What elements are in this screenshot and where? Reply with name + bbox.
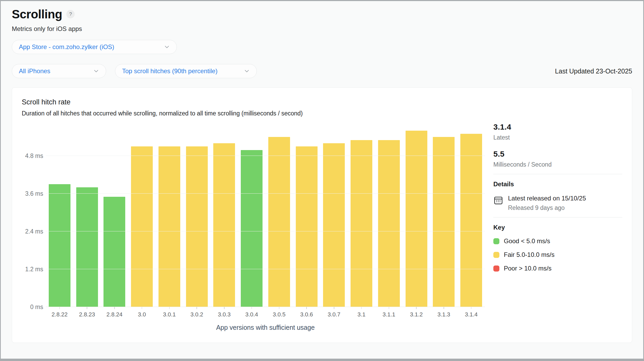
latest-version-value: 3.1.4 [493,123,622,131]
x-axis-tick-label: 3.1 [357,311,365,318]
legend-item-fair: Fair 5.0-10.0 ms/s [493,251,622,258]
x-axis-tick [197,307,197,309]
metric-selector-value: Top scroll hitches (90th percentile) [122,67,217,75]
x-axis-tick [114,307,115,309]
plot-area [46,123,485,307]
bar-2.8.23[interactable] [76,187,98,307]
x-axis-tick-label: 2.8.23 [79,311,95,318]
x-axis-tick-label: 3.1.1 [383,311,395,318]
legend-item-poor: Poor > 10.0 ms/s [493,265,622,272]
x-axis-tick [252,307,252,309]
bar-3.1.1[interactable] [378,140,400,307]
key-heading: Key [493,224,622,231]
x-axis-title: App versions with sufficient usage [46,324,485,331]
gridline [46,231,485,232]
divider [493,174,622,174]
release-date-text: Latest released on 15/10/25 [508,195,586,202]
last-updated-text: Last Updated 23-Oct-2025 [555,67,632,75]
bar-3.1.2[interactable] [406,131,427,307]
chevron-down-icon [243,68,250,75]
x-axis-tick [471,307,472,309]
scroll-hitch-rate-card: Scroll hitch rate Duration of all hitche… [12,87,632,343]
x-axis-tick-label: 2.8.22 [52,311,68,318]
chevron-down-icon [163,44,170,50]
x-axis-tick [279,307,280,309]
x-axis-tick [224,307,225,309]
y-axis-tick-label: 3.6 ms [25,190,43,197]
divider [493,217,622,217]
x-axis-tick [416,307,417,309]
x-axis-tick-label: 3.0.5 [273,311,286,318]
x-axis-tick [306,307,307,309]
release-age-text: Released 9 days ago [508,204,586,211]
chart-side-panel: 3.1.4 Latest 5.5 Milliseconds / Second D… [485,123,622,331]
bar-3.0.4[interactable] [241,150,263,307]
device-selector-value: All iPhones [19,67,50,75]
bar-3.0.6[interactable] [296,146,318,307]
bar-chart: 0 ms1.2 ms2.4 ms3.6 ms4.8 ms 2.8.222.8.2… [22,123,485,331]
y-axis-tick-label: 4.8 ms [25,152,43,160]
x-axis-tick-label: 3.1.3 [437,311,450,318]
y-axis-tick-label: 0 ms [30,304,43,311]
help-icon[interactable]: ? [66,10,75,18]
bar-3.1.4[interactable] [460,134,482,307]
y-axis-tick-label: 2.4 ms [25,228,43,235]
chevron-down-icon [93,68,100,75]
legend-item-good: Good < 5.0 ms/s [493,237,622,245]
calendar-icon [493,195,503,205]
gridline [46,156,485,156]
latest-version-label: Latest [493,134,622,141]
x-axis-tick-label: 3.0.6 [300,311,313,318]
bar-3.0.2[interactable] [186,146,208,307]
x-axis-tick [59,307,60,309]
bar-3.0[interactable] [131,146,153,307]
y-axis-tick-label: 1.2 ms [25,266,43,273]
x-axis-tick-label: 3.0 [138,311,146,318]
x-axis-tick [361,307,362,309]
good-swatch-icon [493,238,499,244]
bar-3.1.3[interactable] [433,137,455,307]
x-axis-tick-label: 3.0.4 [245,311,258,318]
page-subtitle: Metrics only for iOS apps [12,25,632,33]
x-axis-tick [87,307,87,309]
metric-value: 5.5 [493,150,622,158]
bar-2.8.24[interactable] [103,197,125,307]
x-axis-tick-label: 3.0.3 [218,311,231,318]
details-heading: Details [493,181,622,188]
x-axis-tick [334,307,334,309]
chart-title: Scroll hitch rate [22,98,622,106]
x-axis-tick-label: 3.1.2 [410,311,423,318]
gridline [46,193,485,194]
bar-2.8.22[interactable] [49,184,70,307]
device-selector-dropdown[interactable]: All iPhones [12,64,106,78]
bar-3.0.3[interactable] [213,143,235,307]
x-axis-tick [169,307,170,309]
chart-legend: Good < 5.0 ms/s Fair 5.0-10.0 ms/s Poor … [493,237,622,272]
metric-unit-label: Milliseconds / Second [493,161,622,168]
bar-3.1[interactable] [351,140,372,307]
x-axis-tick [389,307,389,309]
bar-3.0.7[interactable] [323,143,345,307]
page-title: Scrolling [12,7,62,21]
bar-3.0.5[interactable] [268,137,290,307]
app-selector-value: App Store - com.zoho.zylker (iOS) [19,43,114,51]
app-selector-dropdown[interactable]: App Store - com.zoho.zylker (iOS) [12,40,177,54]
window: Scrolling ? Metrics only for iOS apps Ap… [0,0,644,361]
x-axis-tick-label: 3.0.7 [328,311,340,318]
x-axis-tick-label: 3.1.4 [465,311,478,318]
x-axis: 2.8.222.8.232.8.243.03.0.13.0.23.0.33.0.… [46,307,485,318]
gridline [46,307,485,307]
y-axis: 0 ms1.2 ms2.4 ms3.6 ms4.8 ms [22,123,46,307]
x-axis-tick [444,307,444,309]
chart-description: Duration of all hitches that occurred wh… [22,110,622,117]
metric-selector-dropdown[interactable]: Top scroll hitches (90th percentile) [115,64,257,78]
gridline [46,269,485,269]
bar-3.0.1[interactable] [159,146,180,307]
x-axis-tick-label: 2.8.24 [106,311,122,318]
x-axis-tick [142,307,142,309]
scrolling-page: Scrolling ? Metrics only for iOS apps Ap… [1,7,643,343]
x-axis-tick-label: 3.0.1 [163,311,176,318]
fair-swatch-icon [493,252,499,258]
poor-swatch-icon [493,266,499,272]
x-axis-tick-label: 3.0.2 [190,311,203,318]
